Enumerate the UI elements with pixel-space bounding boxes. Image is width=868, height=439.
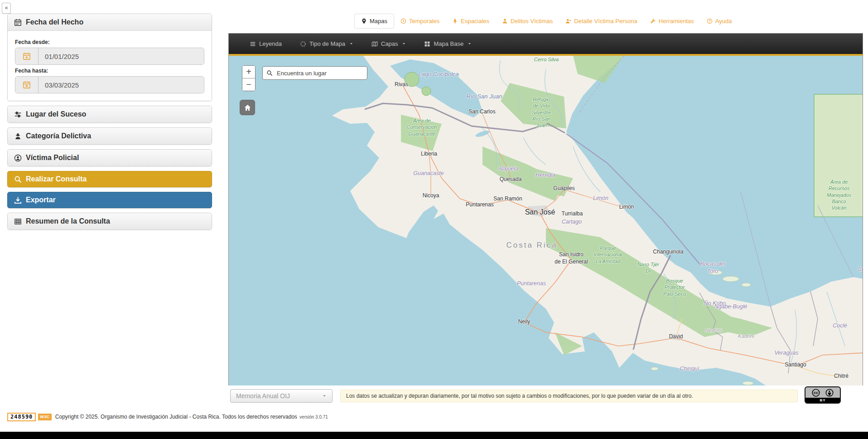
zoom-in-button[interactable]: + xyxy=(242,66,255,78)
panel-header-resumen-consulta[interactable]: Resumen de la Consulta xyxy=(8,213,212,229)
map-toolbar: Leyenda Tipo de Mapa Capas Mapa Base xyxy=(229,34,863,56)
creative-commons-badge[interactable]: BY xyxy=(805,386,841,404)
sidebar-collapse-button[interactable]: « xyxy=(2,3,11,14)
user-circle-icon xyxy=(14,154,22,162)
user-plus-icon xyxy=(565,18,571,24)
panel-categoria-delictiva: Categoría Delictiva xyxy=(7,127,212,145)
map-place-label: San Carlos xyxy=(468,108,495,116)
map-place-label: Naso Tjër Di xyxy=(637,261,659,274)
question-icon xyxy=(707,18,713,24)
map-search-input[interactable] xyxy=(276,69,363,77)
tab-ayuda[interactable]: Ayuda xyxy=(700,14,738,28)
calendar-x-icon[interactable] xyxy=(15,77,39,93)
map-place-label: San Isidro de El General xyxy=(555,251,588,265)
capas-dropdown[interactable]: Capas xyxy=(362,34,415,54)
fecha-hasta-input[interactable] xyxy=(39,77,204,93)
map-place-label: Bocas del Toro xyxy=(700,260,725,275)
map-place-label: Nicoya xyxy=(423,192,439,200)
map-place-label: Limón xyxy=(593,195,608,202)
map-place-label: Nedrini xyxy=(705,327,722,334)
data-disclaimer-bar: Los datos se actualizan y depuran diaria… xyxy=(340,390,798,402)
page-footer: 248590 W3C Copyright © 2025. Organismo d… xyxy=(7,412,328,421)
fecha-hasta-group xyxy=(15,76,204,93)
tab-mapas[interactable]: Mapas xyxy=(354,14,394,29)
panel-title: Lugar del Suceso xyxy=(26,110,86,118)
map-place-label: San Ramón xyxy=(493,195,522,203)
wrench-icon xyxy=(650,18,656,24)
map-place-label: Área de Conservación Guanacaste xyxy=(406,117,437,137)
tab-label: Herramientas xyxy=(659,18,694,24)
map-marker-icon xyxy=(361,18,367,24)
w3c-badge[interactable]: W3C xyxy=(38,414,52,420)
map-place-label: Cartago xyxy=(562,218,582,225)
map-place-label: Guápiles xyxy=(553,185,574,192)
calendar-plus-icon[interactable] xyxy=(15,48,39,64)
map-place-label: San José xyxy=(525,208,555,217)
sliders-icon xyxy=(14,111,22,118)
leyenda-button[interactable]: Leyenda xyxy=(241,34,291,54)
home-extent-button[interactable] xyxy=(240,100,255,115)
zoom-control: + − xyxy=(242,65,256,91)
chevron-down-icon xyxy=(322,394,327,398)
panel-header-fecha-del-hecho[interactable]: Fecha del Hecho xyxy=(8,14,212,31)
map-place-label: Parque Internacional La Amistad xyxy=(594,245,622,264)
report-select-value: Memoria Anual OIJ xyxy=(236,392,290,400)
chevron-down-icon xyxy=(402,42,406,46)
fecha-desde-label: Fecha desde: xyxy=(15,39,204,45)
version-text: versión 3.0.71 xyxy=(299,415,328,419)
tab-detalle-victima-persona[interactable]: Detalle Víctima Persona xyxy=(559,14,643,28)
map-place-label: Costa Rica xyxy=(506,240,557,250)
tool-label: Tipo de Mapa xyxy=(309,40,345,47)
tab-herramientas[interactable]: Herramientas xyxy=(644,14,700,28)
tool-label: Capas xyxy=(381,40,398,47)
map-place-label: Coclé xyxy=(833,322,847,329)
map-place-label: Ngäbe-Buglé xyxy=(714,303,747,310)
tree-icon xyxy=(452,18,458,24)
panel-resumen-consulta: Resumen de la Consulta xyxy=(7,213,212,230)
zoom-out-button[interactable]: − xyxy=(242,78,255,91)
map-place-label: Bosque Protector Palo Seco xyxy=(663,278,686,297)
map-place-label: Puntarenas xyxy=(517,280,546,287)
mapa-base-dropdown[interactable]: Mapa Base xyxy=(415,34,481,54)
tab-label: Delitos Víctimas xyxy=(511,18,553,24)
map-place-label: Chitré xyxy=(834,373,849,380)
cc-badge-icons xyxy=(805,387,840,398)
chevron-down-icon xyxy=(468,42,472,46)
tab-delitos-victimas[interactable]: Delitos Víctimas xyxy=(496,14,559,28)
realizar-consulta-button[interactable]: Realizar Consulta xyxy=(7,171,212,187)
map-place-label: Santiago xyxy=(785,361,806,369)
exportar-button[interactable]: Exportar xyxy=(7,192,212,208)
download-icon xyxy=(14,196,22,204)
map-place-label: Alajuela xyxy=(498,165,518,172)
map-labels-layer: Lago CocibolcaRío San JuanRivasSan Carlo… xyxy=(229,56,863,385)
map-place-label: Co xyxy=(858,266,863,273)
panel-title: Resumen de la Consulta xyxy=(26,217,110,225)
tab-label: Espaciales xyxy=(461,18,489,24)
panel-header-categoria-delictiva[interactable]: Categoría Delictiva xyxy=(8,128,212,144)
calendar-icon xyxy=(14,19,22,26)
report-type-select[interactable]: Memoria Anual OIJ xyxy=(230,389,333,403)
home-icon xyxy=(244,104,251,112)
fecha-hasta-label: Fecha hasta: xyxy=(15,68,204,74)
map-place-label: Área de Recursos Manejados Banco Volcán xyxy=(827,179,851,211)
tool-label: Mapa Base xyxy=(434,40,463,47)
tab-label: Mapas xyxy=(370,18,387,24)
panel-header-lugar-del-suceso[interactable]: Lugar del Suceso xyxy=(8,106,212,122)
panel-header-victima-policial[interactable]: Víctima Policial xyxy=(8,150,212,166)
panel-victima-policial: Víctima Policial xyxy=(7,149,212,166)
map-canvas[interactable]: Lago CocibolcaRío San JuanRivasSan Carlo… xyxy=(229,56,863,385)
map-place-label: Río San Juan xyxy=(467,93,502,101)
bottom-black-bar xyxy=(0,432,868,439)
cc-attribution-icon xyxy=(825,389,834,397)
fecha-desde-group xyxy=(15,48,204,65)
fecha-desde-input[interactable] xyxy=(39,48,204,64)
map-place-label: Kadrini xyxy=(738,333,754,340)
map-search-box xyxy=(262,66,367,80)
tab-espaciales[interactable]: Espaciales xyxy=(446,14,496,28)
tipo-de-mapa-dropdown[interactable]: Tipo de Mapa xyxy=(291,34,362,54)
panel-title: Víctima Policial xyxy=(26,154,79,162)
folded-map-icon xyxy=(371,41,378,47)
tab-temporales[interactable]: Temporales xyxy=(394,14,446,28)
disclaimer-text: Los datos se actualizan y depuran diaria… xyxy=(346,393,693,399)
map-place-label: Liberia xyxy=(421,151,437,158)
